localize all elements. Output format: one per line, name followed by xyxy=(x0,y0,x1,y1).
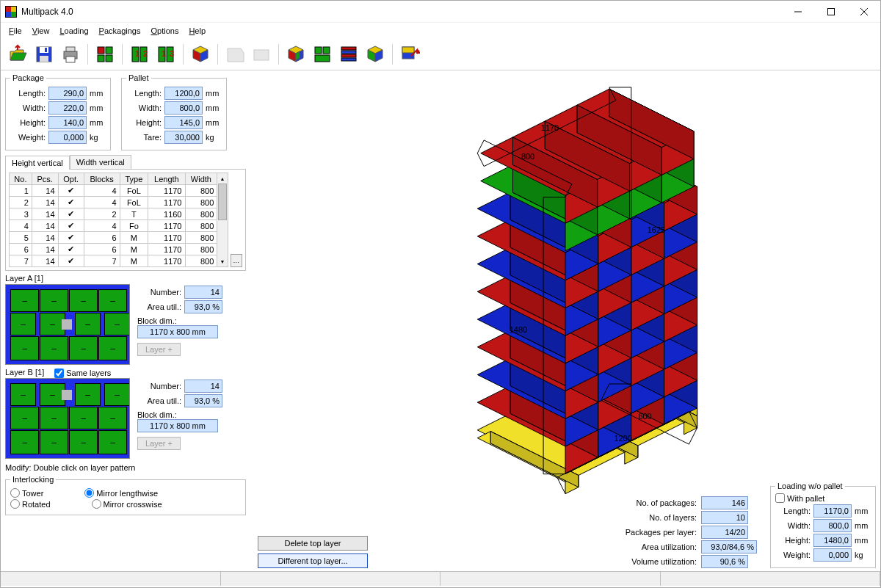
same-layers-checkbox[interactable]: Same layers xyxy=(54,369,111,378)
layer-b-number[interactable]: 14 xyxy=(184,380,222,393)
view-side-icon[interactable] xyxy=(363,42,388,67)
menu-file[interactable]: File xyxy=(4,24,27,37)
radio-tower[interactable]: Tower xyxy=(10,488,43,498)
layer-b-blockdim: 1170 x 800 mm xyxy=(137,419,218,432)
package-group: Package Length:290,0mm Width:220,0mm Hei… xyxy=(5,73,111,150)
loading-length: 1170,0 xyxy=(813,504,852,518)
svg-text:3: 3 xyxy=(170,49,174,58)
svg-rect-3 xyxy=(6,12,11,17)
table-row[interactable]: 314✔2T1160800 xyxy=(10,208,217,220)
delete-top-layer-button[interactable]: Delete top layer xyxy=(258,536,368,551)
container2-icon xyxy=(249,42,274,67)
svg-rect-18 xyxy=(98,55,104,62)
svg-marker-31 xyxy=(228,48,244,62)
svg-rect-19 xyxy=(106,55,112,62)
svg-text:800: 800 xyxy=(638,412,651,421)
package-width[interactable]: 220,0 xyxy=(48,101,87,115)
svg-line-227 xyxy=(477,140,484,153)
open-icon[interactable] xyxy=(5,42,30,67)
layer-a-preview[interactable]: –––––––––––– xyxy=(5,284,130,365)
pallet-legend: Pallet xyxy=(126,73,151,82)
svg-rect-38 xyxy=(323,47,330,54)
svg-text:1: 1 xyxy=(135,49,139,58)
save-icon[interactable] xyxy=(32,42,57,67)
with-pallet-checkbox[interactable]: With pallet xyxy=(775,493,871,503)
view-front-icon[interactable] xyxy=(336,42,361,67)
layer-a-number[interactable]: 14 xyxy=(184,286,222,299)
svg-rect-32 xyxy=(254,50,269,60)
menu-view[interactable]: View xyxy=(27,24,55,37)
tab-width-vertical[interactable]: Width vertical xyxy=(70,155,131,169)
view-iso-icon[interactable] xyxy=(283,42,308,67)
svg-rect-43 xyxy=(341,58,356,61)
window-controls xyxy=(781,1,880,23)
package-weight[interactable]: 0,000 xyxy=(48,131,87,144)
table-row[interactable]: 714✔7M1170800 xyxy=(10,255,217,267)
svg-rect-41 xyxy=(341,51,356,54)
svg-rect-40 xyxy=(341,47,356,50)
left-panel: Package Length:290,0mm Width:220,0mm Hei… xyxy=(1,70,250,571)
svg-text:800: 800 xyxy=(521,152,534,161)
modify-hint: Modify: Double click on layer pattern xyxy=(5,463,246,472)
svg-rect-11 xyxy=(40,56,48,62)
svg-rect-6 xyxy=(827,8,834,15)
box12-icon[interactable]: 12 xyxy=(127,42,152,67)
export-icon[interactable] xyxy=(397,42,422,67)
svg-line-230 xyxy=(477,153,484,167)
svg-rect-15 xyxy=(66,57,75,62)
package-height[interactable]: 140,0 xyxy=(48,116,87,129)
view-top-icon[interactable] xyxy=(310,42,335,67)
svg-rect-2 xyxy=(11,7,16,12)
layer-b-area: 93,0 % xyxy=(184,394,222,407)
titlebar: Multipack 4.0 xyxy=(1,1,880,23)
radio-mirror-crosswise[interactable]: Mirror crosswise xyxy=(92,499,162,509)
different-top-layer-button[interactable]: Different top layer... xyxy=(258,553,368,568)
layer-a-plus-button: Layer + xyxy=(137,343,181,356)
palette-3d-icon[interactable] xyxy=(188,42,213,67)
menu-options[interactable]: Options xyxy=(145,24,184,37)
maximize-button[interactable] xyxy=(814,1,847,23)
table-more-button[interactable]: … xyxy=(231,254,242,267)
layout-table[interactable]: No.Pcs.Opt.BlocksTypeLengthWidth 114✔4Fo… xyxy=(9,173,217,267)
radio-mirror-lengthwise[interactable]: Mirror lengthwise xyxy=(84,488,158,498)
minimize-button[interactable] xyxy=(781,1,814,23)
stat-area: 93,0/84,6 % xyxy=(701,540,757,553)
radio-rotated[interactable]: Rotated xyxy=(10,499,51,509)
tab-height-vertical[interactable]: Height vertical xyxy=(5,156,70,170)
menu-help[interactable]: Help xyxy=(184,24,211,37)
svg-text:1: 1 xyxy=(162,49,166,58)
table-row[interactable]: 414✔4Fo1170800 xyxy=(10,220,217,232)
table-row[interactable]: 214✔4FoL1170800 xyxy=(10,197,217,208)
loading-width: 800,0 xyxy=(813,519,852,532)
boxes-green-icon[interactable] xyxy=(93,42,117,67)
container1-icon xyxy=(222,42,247,67)
close-button[interactable] xyxy=(847,1,880,23)
svg-rect-42 xyxy=(341,54,356,57)
layer-b-preview[interactable]: –––––––––––– xyxy=(5,378,130,459)
pallet-length[interactable]: 1200,0 xyxy=(164,87,203,100)
menu-loading[interactable]: Loading xyxy=(54,24,93,37)
table-row[interactable]: 114✔4FoL1170800 xyxy=(10,185,217,197)
package-length[interactable]: 290,0 xyxy=(48,87,87,100)
loading-height: 1480,0 xyxy=(813,534,852,547)
layer-b-title: Layer B [1] xyxy=(5,368,44,377)
app-icon xyxy=(5,6,17,18)
menubar: File View Loading Packagings Options Hel… xyxy=(1,23,880,39)
table-scrollbar[interactable]: ▲▼ xyxy=(217,173,228,267)
table-row[interactable]: 614✔6M1170800 xyxy=(10,244,217,255)
menu-packagings[interactable]: Packagings xyxy=(94,24,146,37)
pallet-height[interactable]: 145,0 xyxy=(164,116,203,129)
layer-a-blockdim: 1170 x 800 mm xyxy=(137,325,218,338)
svg-rect-17 xyxy=(106,47,112,54)
box13-icon[interactable]: 13 xyxy=(153,42,178,67)
svg-rect-12 xyxy=(45,48,47,52)
svg-text:1170: 1170 xyxy=(541,123,559,132)
package-legend: Package xyxy=(10,73,46,82)
table-row[interactable]: 514✔6M1170800 xyxy=(10,232,217,244)
stat-layers: 10 xyxy=(701,511,748,524)
svg-text:1625: 1625 xyxy=(648,225,665,234)
pallet-tare[interactable]: 30,000 xyxy=(164,131,203,144)
layer-a-area: 93,0 % xyxy=(184,300,222,313)
print-icon[interactable] xyxy=(58,42,83,67)
pallet-width[interactable]: 800,0 xyxy=(164,101,203,115)
